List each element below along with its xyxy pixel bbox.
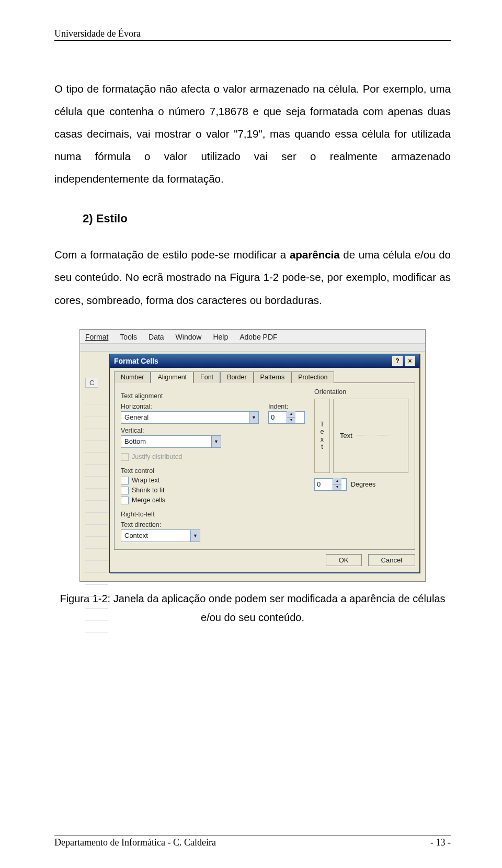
orientation-vertical-box[interactable]: Text: [314, 399, 330, 473]
check-wrap-text[interactable]: Wrap text: [121, 477, 305, 484]
label-vertical: Vertical:: [121, 427, 305, 434]
dialog-body: Text alignment Horizontal: General ▼: [114, 382, 415, 550]
combo-text-direction-value: Context: [121, 532, 190, 539]
tab-font[interactable]: Font: [193, 371, 220, 383]
page-footer: Departamento de Informática - C. Caldeir…: [54, 836, 451, 848]
tab-border[interactable]: Border: [220, 371, 254, 383]
spinner-degrees-buttons[interactable]: ▴▾: [333, 478, 341, 491]
spinner-degrees-value: 0: [315, 480, 333, 488]
tab-alignment[interactable]: Alignment: [151, 371, 193, 383]
ok-button[interactable]: OK: [326, 554, 362, 566]
spreadsheet-gridlines: [85, 392, 108, 633]
column-header-c[interactable]: C: [85, 378, 98, 388]
spinner-indent[interactable]: 0 ▴▾: [268, 411, 305, 424]
dialog-close-button[interactable]: ×: [405, 356, 415, 366]
check-justify-label: Justify distributed: [132, 453, 182, 460]
figure-screenshot: Format Tools Data Window Help Adobe PDF …: [79, 329, 426, 582]
chevron-down-icon[interactable]: ▼: [249, 412, 258, 423]
check-wrap-label: Wrap text: [132, 477, 159, 484]
tab-patterns[interactable]: Patterns: [254, 371, 292, 383]
group-title-text-alignment: Text alignment: [121, 392, 305, 400]
combo-vertical[interactable]: Bottom ▼: [121, 435, 221, 448]
check-shrink-to-fit[interactable]: Shrink to fit: [121, 487, 305, 494]
tab-protection[interactable]: Protection: [291, 371, 334, 383]
menu-tools[interactable]: Tools: [120, 333, 137, 341]
figure-caption: Figura 1-2: Janela da aplicação onde pod…: [54, 589, 451, 627]
combo-horizontal[interactable]: General ▼: [121, 411, 259, 424]
dialog-tabs: Number Alignment Font Border Patterns Pr…: [114, 371, 415, 382]
menu-window[interactable]: Window: [176, 333, 202, 341]
paragraph-2-bold: aparência: [290, 249, 340, 261]
page-header: Universidade de Évora: [54, 28, 451, 41]
spinner-indent-buttons[interactable]: ▴▾: [287, 411, 295, 424]
label-indent: Indent:: [268, 403, 305, 410]
document-body: O tipo de formatação não afecta o valor …: [54, 77, 451, 311]
orientation-vertical-text: Text: [320, 421, 324, 451]
tab-number[interactable]: Number: [114, 371, 151, 383]
group-title-text-control: Text control: [121, 467, 305, 475]
footer-dept: Departamento de Informática - C. Caldeir…: [54, 837, 216, 848]
footer-page-number: - 13 -: [430, 837, 451, 848]
paragraph-2a: Com a formatação de estilo pode-se modif…: [54, 249, 290, 261]
dialog-button-row: OK Cancel: [110, 554, 415, 566]
check-merge-cells[interactable]: Merge cells: [121, 497, 305, 504]
dialog-titlebar[interactable]: Format Cells ? ×: [110, 354, 419, 368]
menu-help[interactable]: Help: [213, 333, 228, 341]
chevron-down-icon[interactable]: ▼: [211, 436, 221, 447]
check-merge-label: Merge cells: [132, 497, 165, 504]
check-justify-distributed: Justify distributed: [121, 453, 305, 461]
dialog-title-text: Format Cells: [114, 357, 158, 365]
menu-adobe-pdf[interactable]: Adobe PDF: [239, 333, 277, 341]
cancel-button[interactable]: Cancel: [368, 554, 415, 566]
combo-text-direction[interactable]: Context ▼: [121, 529, 200, 542]
paragraph-2: Com a formatação de estilo pode-se modif…: [54, 243, 451, 311]
paragraph-1: O tipo de formatação não afecta o valor …: [54, 77, 451, 190]
orientation-text-label: Text: [340, 432, 352, 439]
format-cells-dialog: Format Cells ? × Number Alignment Font B…: [109, 354, 420, 573]
label-degrees: Degrees: [351, 481, 375, 488]
dialog-help-button[interactable]: ?: [392, 356, 403, 366]
menu-data[interactable]: Data: [149, 333, 164, 341]
orientation-dial[interactable]: Text: [333, 399, 408, 473]
group-title-rtl: Right-to-left: [121, 511, 305, 518]
spinner-degrees[interactable]: 0 ▴▾: [314, 478, 347, 491]
group-title-orientation: Orientation: [314, 388, 408, 396]
label-horizontal: Horizontal:: [121, 403, 259, 410]
group-text-alignment: Text alignment Horizontal: General ▼: [121, 392, 305, 461]
label-text-direction: Text direction:: [121, 521, 305, 528]
combo-horizontal-value: General: [121, 413, 249, 421]
section-heading-estilo: 2) Estilo: [83, 207, 451, 231]
combo-vertical-value: Bottom: [121, 437, 211, 445]
spinner-indent-value: 0: [269, 413, 287, 421]
chevron-down-icon[interactable]: ▼: [190, 530, 200, 542]
menu-format[interactable]: Format: [85, 333, 108, 341]
toolbar-sliver: [80, 343, 425, 352]
app-menubar: Format Tools Data Window Help Adobe PDF: [80, 330, 425, 343]
orientation-line: [357, 435, 396, 436]
check-shrink-label: Shrink to fit: [132, 487, 165, 494]
